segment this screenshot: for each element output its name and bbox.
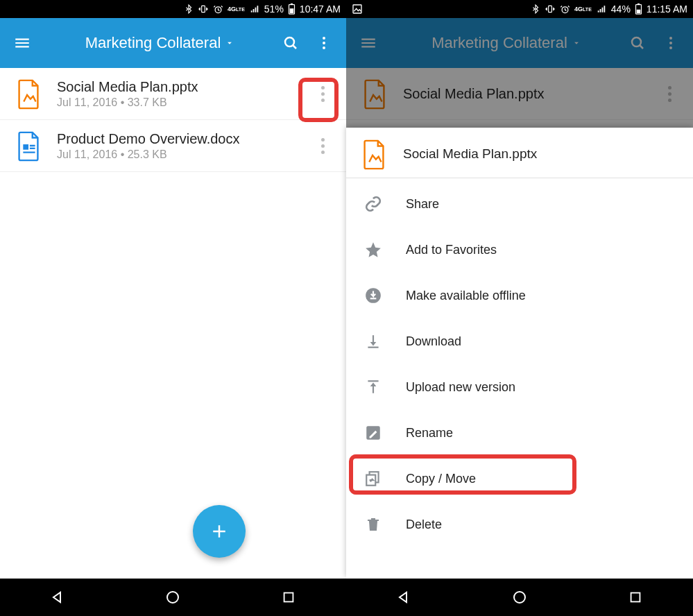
circle-home-icon <box>164 589 181 606</box>
svg-point-6 <box>323 37 325 40</box>
svg-rect-23 <box>368 347 378 348</box>
nav-recents-button[interactable] <box>617 586 653 608</box>
vibrate-icon <box>545 4 556 14</box>
search-icon <box>282 35 299 51</box>
alarm-icon <box>213 4 223 15</box>
more-vert-icon <box>316 35 332 51</box>
alarm-icon <box>560 4 570 15</box>
file-meta: Jul 11, 2016 • 25.3 KB <box>57 148 239 161</box>
svg-rect-0 <box>202 6 205 12</box>
sheet-item-share[interactable]: Share <box>346 181 693 227</box>
battery-icon <box>288 3 296 15</box>
file-name: Product Demo Overview.docx <box>57 131 239 147</box>
delete-icon <box>360 515 386 533</box>
sheet-item-label: Make available offline <box>406 289 526 303</box>
plus-icon <box>209 521 230 542</box>
svg-point-7 <box>323 42 325 44</box>
file-row[interactable]: Product Demo Overview.docx Jul 11, 2016 … <box>0 120 346 172</box>
status-bar: 4GLTE 51% 10:47 AM <box>0 0 346 18</box>
triangle-back-icon <box>395 589 412 606</box>
status-bar: 4GLTE 44% 11:15 AM <box>346 0 693 18</box>
svg-rect-16 <box>638 3 640 5</box>
battery-percent: 44% <box>611 3 631 15</box>
sheet-item-download[interactable]: Download <box>346 318 693 364</box>
sheet-item-label: Share <box>406 197 439 212</box>
svg-rect-29 <box>631 593 640 602</box>
nav-back-button[interactable] <box>40 586 76 608</box>
upload-icon <box>360 378 386 396</box>
rename-icon <box>360 424 386 442</box>
divider <box>346 178 693 178</box>
file-name: Social Media Plan.pptx <box>57 79 198 95</box>
page-title[interactable]: Marketing Collateral <box>85 34 221 52</box>
lte-icon: 4GLTE <box>574 6 592 12</box>
svg-rect-17 <box>637 10 641 13</box>
more-vert-icon <box>321 86 325 102</box>
fab-add-button[interactable] <box>193 505 246 558</box>
sheet-item-label: Add to Favorites <box>406 243 497 257</box>
sheet-header: Social Media Plan.pptx <box>346 128 693 178</box>
svg-rect-3 <box>291 3 293 5</box>
svg-rect-24 <box>368 380 378 382</box>
sheet-item-label: Download <box>406 334 461 349</box>
android-nav-bar <box>346 579 693 616</box>
signal-icon <box>249 4 260 14</box>
vibrate-icon <box>198 4 209 14</box>
nav-recents-button[interactable] <box>271 586 307 608</box>
hamburger-icon <box>13 34 31 52</box>
sheet-item-offline[interactable]: Make available offline <box>346 273 693 318</box>
android-nav-bar <box>0 579 346 616</box>
square-recents-icon <box>281 590 296 605</box>
file-row[interactable]: Social Media Plan.pptx Jul 11, 2016 • 33… <box>0 68 346 120</box>
clock-text: 10:47 AM <box>300 3 341 15</box>
svg-point-5 <box>285 37 294 46</box>
nav-home-button[interactable] <box>155 586 191 608</box>
battery-percent: 51% <box>264 3 284 15</box>
search-button[interactable] <box>277 29 305 57</box>
bluetooth-icon <box>531 4 540 14</box>
clock-text: 11:15 AM <box>647 3 687 15</box>
triangle-back-icon <box>49 589 66 606</box>
file-more-button[interactable] <box>309 132 336 160</box>
sheet-item-upload[interactable]: Upload new version <box>346 364 693 410</box>
file-more-button[interactable] <box>309 80 336 108</box>
offline-icon <box>360 286 386 305</box>
sheet-item-copy-move[interactable]: Copy / Move <box>346 456 693 502</box>
copy-move-icon <box>360 470 386 488</box>
file-icon-pptx <box>12 78 44 110</box>
sheet-item-favorite[interactable]: Add to Favorites <box>346 227 693 273</box>
svg-rect-4 <box>290 8 294 13</box>
sheet-item-rename[interactable]: Rename <box>346 410 693 456</box>
svg-rect-11 <box>284 593 293 602</box>
action-sheet: Social Media Plan.pptx Share Add to Favo… <box>346 128 693 579</box>
lte-icon: 4GLTE <box>228 6 245 12</box>
overflow-button[interactable] <box>310 29 338 57</box>
more-vert-icon <box>321 138 325 154</box>
nav-back-button[interactable] <box>386 586 422 608</box>
file-icon-pptx <box>359 139 389 169</box>
menu-button[interactable] <box>8 29 36 57</box>
star-icon <box>360 241 386 259</box>
image-notif-icon <box>352 3 363 15</box>
file-icon-docx <box>12 130 44 162</box>
file-meta: Jul 11, 2016 • 33.7 KB <box>57 96 198 109</box>
svg-rect-13 <box>549 6 552 12</box>
svg-rect-9 <box>23 144 28 150</box>
dropdown-icon[interactable] <box>225 38 234 48</box>
square-recents-icon <box>628 590 643 605</box>
file-list: Social Media Plan.pptx Jul 11, 2016 • 33… <box>0 68 346 579</box>
circle-home-icon <box>511 589 528 606</box>
bluetooth-icon <box>184 4 194 14</box>
sheet-filename: Social Media Plan.pptx <box>403 146 537 162</box>
svg-point-10 <box>167 592 178 603</box>
sheet-item-label: Delete <box>406 517 442 532</box>
signal-icon <box>596 4 607 14</box>
sheet-item-delete[interactable]: Delete <box>346 502 693 547</box>
sheet-item-label: Upload new version <box>406 380 515 395</box>
svg-point-8 <box>323 46 325 49</box>
nav-home-button[interactable] <box>502 586 538 608</box>
link-icon <box>360 195 386 213</box>
sheet-item-label: Rename <box>406 426 453 440</box>
download-icon <box>360 332 386 350</box>
battery-icon <box>635 3 642 15</box>
